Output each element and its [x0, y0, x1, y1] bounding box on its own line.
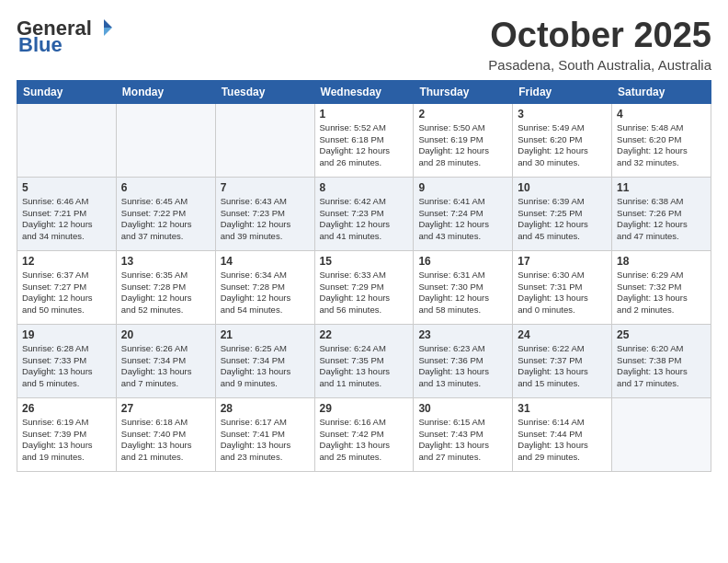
day-info: Sunrise: 6:34 AMSunset: 7:28 PMDaylight:…: [221, 270, 310, 316]
table-cell: 26Sunrise: 6:19 AMSunset: 7:39 PMDayligh…: [17, 397, 117, 471]
day-number: 6: [121, 181, 210, 194]
day-info: Sunrise: 6:15 AMSunset: 7:43 PMDaylight:…: [418, 417, 507, 464]
day-number: 9: [418, 181, 507, 194]
day-number: 18: [617, 255, 706, 268]
table-cell: 14Sunrise: 6:34 AMSunset: 7:28 PMDayligh…: [215, 250, 314, 324]
table-cell: 17Sunrise: 6:30 AMSunset: 7:31 PMDayligh…: [513, 250, 612, 324]
table-cell: [17, 103, 117, 177]
day-info: Sunrise: 6:37 AMSunset: 7:27 PMDaylight:…: [22, 270, 111, 316]
location: Pasadena, South Australia, Australia: [488, 57, 711, 73]
table-cell: 18Sunrise: 6:29 AMSunset: 7:32 PMDayligh…: [612, 250, 711, 324]
day-number: 8: [320, 181, 409, 194]
table-cell: 21Sunrise: 6:25 AMSunset: 7:34 PMDayligh…: [215, 324, 314, 397]
day-info: Sunrise: 6:46 AMSunset: 7:21 PMDaylight:…: [22, 196, 111, 243]
day-number: 19: [22, 328, 111, 341]
table-cell: 23Sunrise: 6:23 AMSunset: 7:36 PMDayligh…: [414, 324, 513, 397]
table-cell: 31Sunrise: 6:14 AMSunset: 7:44 PMDayligh…: [513, 397, 612, 471]
day-number: 27: [121, 402, 210, 415]
day-info: Sunrise: 6:45 AMSunset: 7:22 PMDaylight:…: [121, 196, 210, 243]
day-number: 2: [418, 108, 507, 121]
table-cell: 7Sunrise: 6:43 AMSunset: 7:23 PMDaylight…: [215, 177, 314, 250]
table-cell: [116, 103, 215, 177]
day-info: Sunrise: 6:29 AMSunset: 7:32 PMDaylight:…: [617, 270, 706, 316]
table-cell: 29Sunrise: 6:16 AMSunset: 7:42 PMDayligh…: [314, 397, 414, 471]
calendar-week-row: 5Sunrise: 6:46 AMSunset: 7:21 PMDaylight…: [17, 177, 711, 250]
table-cell: 1Sunrise: 5:52 AMSunset: 6:18 PMDaylight…: [314, 103, 414, 177]
day-number: 7: [221, 181, 310, 194]
table-cell: 30Sunrise: 6:15 AMSunset: 7:43 PMDayligh…: [414, 397, 513, 471]
day-number: 5: [22, 181, 111, 194]
day-info: Sunrise: 6:42 AMSunset: 7:23 PMDaylight:…: [320, 196, 409, 243]
day-number: 17: [518, 255, 607, 268]
svg-marker-1: [104, 28, 112, 36]
day-info: Sunrise: 6:31 AMSunset: 7:30 PMDaylight:…: [418, 270, 507, 316]
day-info: Sunrise: 6:25 AMSunset: 7:34 PMDaylight:…: [221, 343, 310, 390]
table-cell: 28Sunrise: 6:17 AMSunset: 7:41 PMDayligh…: [215, 397, 314, 471]
table-cell: 20Sunrise: 6:26 AMSunset: 7:34 PMDayligh…: [116, 324, 215, 397]
table-cell: 27Sunrise: 6:18 AMSunset: 7:40 PMDayligh…: [116, 397, 215, 471]
table-cell: 4Sunrise: 5:48 AMSunset: 6:20 PMDaylight…: [612, 103, 711, 177]
page: General Blue October 2025 Pasadena, Sout…: [0, 0, 728, 563]
table-cell: 12Sunrise: 6:37 AMSunset: 7:27 PMDayligh…: [17, 250, 117, 324]
day-info: Sunrise: 6:23 AMSunset: 7:36 PMDaylight:…: [418, 343, 507, 390]
day-info: Sunrise: 6:24 AMSunset: 7:35 PMDaylight:…: [320, 343, 409, 390]
day-info: Sunrise: 6:30 AMSunset: 7:31 PMDaylight:…: [518, 270, 607, 316]
col-wednesday: Wednesday: [314, 80, 414, 103]
day-info: Sunrise: 6:35 AMSunset: 7:28 PMDaylight:…: [121, 270, 210, 316]
col-thursday: Thursday: [414, 80, 513, 103]
table-cell: 19Sunrise: 6:28 AMSunset: 7:33 PMDayligh…: [17, 324, 117, 397]
day-info: Sunrise: 6:19 AMSunset: 7:39 PMDaylight:…: [22, 417, 111, 464]
day-info: Sunrise: 6:28 AMSunset: 7:33 PMDaylight:…: [22, 343, 111, 390]
calendar-week-row: 1Sunrise: 5:52 AMSunset: 6:18 PMDaylight…: [17, 103, 711, 177]
day-info: Sunrise: 6:16 AMSunset: 7:42 PMDaylight:…: [320, 417, 409, 464]
day-info: Sunrise: 5:48 AMSunset: 6:20 PMDaylight:…: [617, 122, 706, 169]
day-info: Sunrise: 6:14 AMSunset: 7:44 PMDaylight:…: [518, 417, 607, 464]
day-number: 30: [418, 402, 507, 415]
table-cell: 11Sunrise: 6:38 AMSunset: 7:26 PMDayligh…: [612, 177, 711, 250]
table-cell: 24Sunrise: 6:22 AMSunset: 7:37 PMDayligh…: [513, 324, 612, 397]
col-friday: Friday: [513, 80, 612, 103]
table-cell: 2Sunrise: 5:50 AMSunset: 6:19 PMDaylight…: [414, 103, 513, 177]
day-number: 20: [121, 328, 210, 341]
day-number: 25: [617, 328, 706, 341]
calendar: Sunday Monday Tuesday Wednesday Thursday…: [17, 80, 711, 472]
day-info: Sunrise: 5:49 AMSunset: 6:20 PMDaylight:…: [518, 122, 607, 169]
day-number: 16: [418, 255, 507, 268]
svg-marker-0: [104, 19, 112, 28]
day-number: 4: [617, 108, 706, 121]
day-info: Sunrise: 6:41 AMSunset: 7:24 PMDaylight:…: [418, 196, 507, 243]
header: General Blue October 2025 Pasadena, Sout…: [17, 17, 711, 73]
day-number: 3: [518, 108, 607, 121]
day-number: 23: [418, 328, 507, 341]
table-cell: 10Sunrise: 6:39 AMSunset: 7:25 PMDayligh…: [513, 177, 612, 250]
col-saturday: Saturday: [612, 80, 711, 103]
day-number: 14: [221, 255, 310, 268]
day-number: 24: [518, 328, 607, 341]
table-cell: 13Sunrise: 6:35 AMSunset: 7:28 PMDayligh…: [116, 250, 215, 324]
calendar-week-row: 19Sunrise: 6:28 AMSunset: 7:33 PMDayligh…: [17, 324, 711, 397]
table-cell: 25Sunrise: 6:20 AMSunset: 7:38 PMDayligh…: [612, 324, 711, 397]
day-number: 11: [617, 181, 706, 194]
day-number: 15: [320, 255, 409, 268]
month-title: October 2025: [488, 17, 711, 55]
table-cell: 8Sunrise: 6:42 AMSunset: 7:23 PMDaylight…: [314, 177, 414, 250]
table-cell: [612, 397, 711, 471]
table-cell: 6Sunrise: 6:45 AMSunset: 7:22 PMDaylight…: [116, 177, 215, 250]
calendar-week-row: 12Sunrise: 6:37 AMSunset: 7:27 PMDayligh…: [17, 250, 711, 324]
day-info: Sunrise: 6:43 AMSunset: 7:23 PMDaylight:…: [221, 196, 310, 243]
day-number: 1: [320, 108, 409, 121]
day-info: Sunrise: 6:18 AMSunset: 7:40 PMDaylight:…: [121, 417, 210, 464]
title-section: October 2025 Pasadena, South Australia, …: [488, 17, 711, 73]
logo-icon: [94, 17, 114, 38]
day-number: 28: [221, 402, 310, 415]
day-number: 12: [22, 255, 111, 268]
table-cell: 9Sunrise: 6:41 AMSunset: 7:24 PMDaylight…: [414, 177, 513, 250]
day-info: Sunrise: 6:38 AMSunset: 7:26 PMDaylight:…: [617, 196, 706, 243]
calendar-header-row: Sunday Monday Tuesday Wednesday Thursday…: [17, 80, 711, 103]
day-number: 10: [518, 181, 607, 194]
col-monday: Monday: [116, 80, 215, 103]
day-info: Sunrise: 6:39 AMSunset: 7:25 PMDaylight:…: [518, 196, 607, 243]
day-info: Sunrise: 6:33 AMSunset: 7:29 PMDaylight:…: [320, 270, 409, 316]
day-info: Sunrise: 6:20 AMSunset: 7:38 PMDaylight:…: [617, 343, 706, 390]
table-cell: 16Sunrise: 6:31 AMSunset: 7:30 PMDayligh…: [414, 250, 513, 324]
